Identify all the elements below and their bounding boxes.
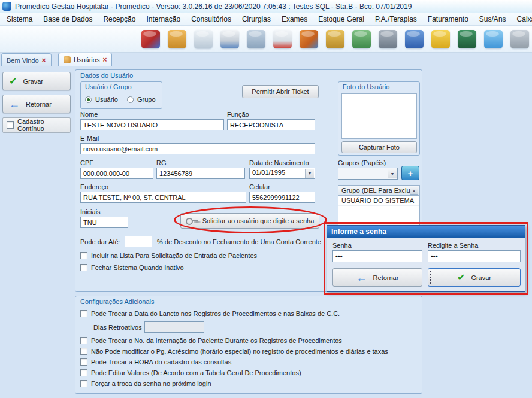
- reception-icon[interactable]: [168, 30, 186, 48]
- config-check-row-0[interactable]: Pode Trocar a Data do Lancto nos Registr…: [80, 310, 340, 317]
- funcao-label: Função: [227, 111, 249, 118]
- bed-icon[interactable]: [247, 30, 265, 48]
- dialog-retornar-button[interactable]: ← Retornar: [332, 268, 422, 287]
- prescription-icon[interactable]: [220, 30, 239, 48]
- grupos-papeis-combo[interactable]: ▼: [338, 168, 398, 180]
- config-checkbox-5[interactable]: [80, 380, 87, 387]
- config-check-row-1[interactable]: Pode Trocar o No. da Internação do Pacie…: [80, 337, 342, 344]
- solicitar-senha-label: Solicitar ao usuário que digite a senha: [202, 217, 315, 224]
- manual-icon[interactable]: [458, 30, 476, 48]
- permitir-abrir-ticket-button[interactable]: Permitir Abrir Ticket: [242, 85, 319, 98]
- cpf-label: CPF: [80, 159, 93, 166]
- users-tab-icon: [64, 56, 71, 63]
- email-label: E-Mail: [80, 135, 99, 142]
- tab-bem-vindo[interactable]: Bem Vindo ×: [1, 53, 52, 66]
- menu-estoque-geral[interactable]: Estoque Geral: [313, 14, 370, 25]
- phone-icon[interactable]: [431, 30, 450, 48]
- config-check-row-2[interactable]: Não Pode modificar o Pg. Acréscimo (horá…: [80, 348, 388, 355]
- usuario-radio-icon[interactable]: [85, 96, 92, 103]
- funcao-input[interactable]: [227, 119, 315, 130]
- support-icon[interactable]: [141, 30, 160, 48]
- radio-usuario-label: Usuário: [95, 96, 118, 103]
- retornar-button[interactable]: ← Retornar: [2, 95, 71, 113]
- cadastro-continuo-panel: Cadastro Contínuo: [2, 117, 71, 133]
- config-checkbox-1[interactable]: [80, 337, 87, 344]
- incluir-lista-check-row[interactable]: Incluir na Lista Para Solicitação de Ent…: [80, 252, 257, 259]
- grupo-radio-icon[interactable]: [127, 96, 134, 103]
- grupo-list-header[interactable]: Grupo (DEL Para Excluir) ▲: [338, 185, 420, 196]
- add-group-button[interactable]: +: [401, 166, 419, 180]
- cadastro-continuo-checkbox[interactable]: [7, 121, 14, 129]
- chevron-down-icon[interactable]: ▼: [305, 169, 314, 178]
- menu-internacao[interactable]: Internação: [141, 14, 186, 25]
- dialog-gravar-button[interactable]: ✔ Gravar: [428, 268, 521, 287]
- email-input[interactable]: [80, 143, 315, 154]
- incluir-lista-checkbox[interactable]: [80, 252, 87, 259]
- tab-usuarios-close-icon[interactable]: ×: [102, 56, 107, 64]
- config-check-row-3[interactable]: Pode Trocar a HORA do cadastro das consu…: [80, 358, 231, 366]
- doctor-icon[interactable]: [194, 30, 213, 48]
- pharmacy-icon[interactable]: [352, 30, 371, 48]
- application-window: Promedico Gestão Hospitalar - Promedico …: [0, 0, 532, 398]
- redigite-senha-input[interactable]: [428, 250, 521, 262]
- fechar-sistema-check-row[interactable]: Fechar Sistema Quando Inativo: [80, 264, 184, 271]
- menu-cirurgias[interactable]: Cirurgias: [237, 14, 276, 25]
- fechar-sistema-label: Fechar Sistema Quando Inativo: [91, 264, 184, 271]
- grupo-list-item[interactable]: USUÁRIO DO SISTEMA: [338, 196, 419, 206]
- fechar-sistema-checkbox[interactable]: [80, 264, 87, 271]
- capturar-foto-label: Capturar Foto: [359, 144, 400, 151]
- menu-faturamento[interactable]: Faturamento: [422, 14, 474, 25]
- safe-icon[interactable]: [379, 30, 397, 48]
- iniciais-input[interactable]: [80, 217, 128, 228]
- menu-exames[interactable]: Exames: [276, 14, 313, 25]
- tab-bem-vindo-close-icon[interactable]: ×: [42, 56, 46, 65]
- config-checkbox-3[interactable]: [80, 358, 87, 366]
- gravar-button[interactable]: ✔ Gravar: [2, 72, 71, 90]
- senha-input[interactable]: [332, 250, 422, 262]
- gravar-button-label: Gravar: [23, 78, 43, 85]
- rg-input[interactable]: [156, 168, 245, 179]
- capturar-foto-button[interactable]: Capturar Foto: [341, 141, 417, 153]
- dias-retroativos-input[interactable]: [144, 321, 204, 333]
- menu-recepcao[interactable]: Recepção: [98, 14, 141, 25]
- back-arrow-icon: ←: [356, 272, 367, 283]
- data-nascimento-value: 01/01/1995: [252, 169, 285, 176]
- radio-grupo[interactable]: Grupo: [127, 96, 156, 103]
- rg-label: RG: [156, 159, 167, 166]
- sort-up-icon[interactable]: ▲: [410, 187, 418, 195]
- chat-icon[interactable]: [484, 30, 503, 48]
- card-icon[interactable]: [510, 30, 529, 48]
- tab-usuarios[interactable]: Usuários ×: [58, 53, 112, 66]
- grupo-list-item-label: USUÁRIO DO SISTEMA: [341, 197, 414, 204]
- menu-sus-ans[interactable]: Sus/Ans: [474, 14, 512, 25]
- menu-caixa[interactable]: Caixa: [512, 14, 532, 25]
- stock-icon[interactable]: [326, 30, 344, 48]
- config-check-row-5[interactable]: Forçar a troca da senha no próximo login: [80, 380, 211, 387]
- config-checkbox-4[interactable]: [80, 369, 87, 376]
- solicitar-senha-button[interactable]: Solicitar ao usuário que digite a senha: [180, 213, 319, 229]
- celular-input[interactable]: [249, 192, 315, 203]
- reports-icon[interactable]: [300, 30, 318, 48]
- cpf-input[interactable]: [80, 168, 153, 179]
- radio-usuario[interactable]: Usuário: [85, 96, 118, 103]
- back-arrow-icon: ←: [9, 99, 20, 110]
- data-nascimento-combo[interactable]: 01/01/1995 ▼: [249, 168, 315, 179]
- configuracoes-adicionais-group: Configurações Adicionais Pode Trocar a D…: [75, 296, 422, 394]
- menu-pa-terapias[interactable]: P.A./Terapias: [370, 14, 422, 25]
- desconto-input[interactable]: [125, 236, 152, 247]
- menu-sistema[interactable]: Sistema: [1, 14, 38, 25]
- endereco-input[interactable]: [80, 192, 246, 203]
- config-checkbox-0[interactable]: [80, 310, 87, 317]
- nome-input[interactable]: [80, 119, 224, 130]
- config-checkbox-2[interactable]: [80, 348, 87, 355]
- menu-consultorios[interactable]: Consultórios: [186, 14, 237, 25]
- menu-base-de-dados[interactable]: Base de Dados: [38, 14, 98, 25]
- dias-retroativos-label: Dias Retroativos :: [93, 324, 146, 331]
- informe-senha-dialog-titlebar[interactable]: Informe a senha: [327, 226, 525, 238]
- config-check-row-4[interactable]: Pode Editar Valores (De Acordo com a Tab…: [80, 369, 301, 376]
- cadastro-continuo-label: Cadastro Contínuo: [17, 118, 70, 132]
- chevron-down-icon[interactable]: ▼: [388, 169, 397, 178]
- billing-icon[interactable]: [405, 30, 424, 48]
- config-label-5: Forçar a troca da senha no próximo login: [91, 380, 211, 387]
- ambulance-icon[interactable]: [273, 30, 292, 48]
